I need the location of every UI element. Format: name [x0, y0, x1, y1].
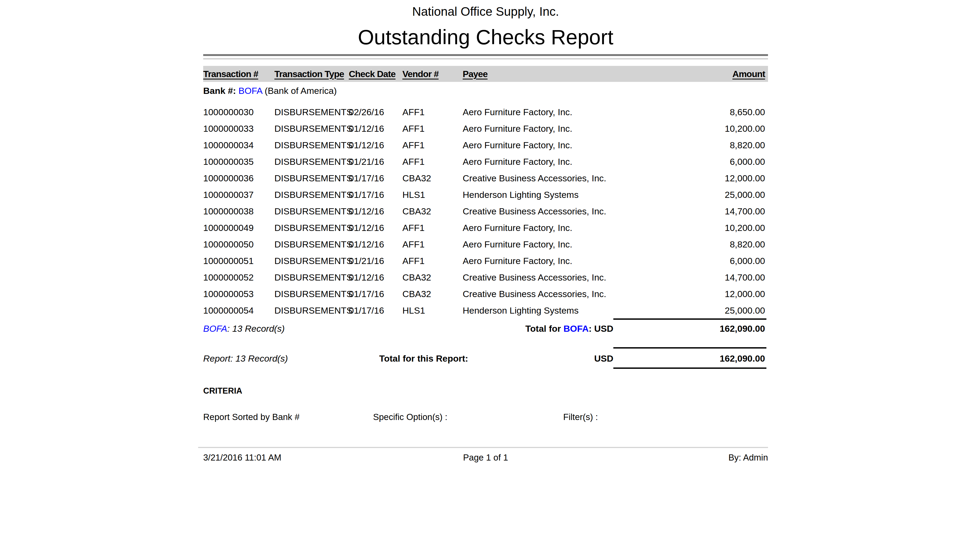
cell-amount: 10,200.00: [635, 219, 768, 236]
report-total-row: Report: 13 Record(s) Total for this Repo…: [203, 351, 768, 366]
bank-code-link[interactable]: BOFA: [203, 323, 227, 334]
bank-code-link[interactable]: BOFA: [238, 86, 262, 96]
criteria-row: Report Sorted by Bank # Specific Option(…: [203, 411, 768, 423]
cell-date: 01/17/16: [349, 170, 402, 186]
table-row: 1000000036DISBURSEMENTS01/17/16CBA32Crea…: [203, 170, 768, 186]
cell-transaction: 1000000049: [203, 219, 274, 236]
report-title: Outstanding Checks Report: [203, 27, 768, 48]
cell-vendor: AFF1: [402, 253, 462, 269]
cell-date: 01/21/16: [349, 153, 402, 170]
page-footer: 3/21/2016 11:01 AM Page 1 of 1 By: Admin: [203, 452, 768, 464]
cell-transaction: 1000000053: [203, 286, 274, 302]
cell-type: DISBURSEMENTS: [274, 269, 349, 286]
footer-divider: [198, 447, 768, 448]
cell-transaction: 1000000030: [203, 104, 274, 120]
cell-transaction: 1000000036: [203, 170, 274, 186]
column-header-type-label: Transaction Type: [274, 69, 344, 79]
bank-code-link[interactable]: BOFA: [563, 323, 589, 334]
cell-vendor: AFF1: [402, 236, 462, 253]
column-header-payee-label: Payee: [462, 69, 488, 79]
table-body: 1000000030DISBURSEMENTS02/26/16AFF1Aero …: [203, 104, 768, 318]
cell-transaction: 1000000037: [203, 186, 274, 203]
cell-date: 01/12/16: [349, 203, 402, 219]
column-header-vendor-label: Vendor #: [402, 69, 439, 79]
cell-amount: 25,000.00: [635, 186, 768, 203]
cell-vendor: AFF1: [402, 120, 462, 137]
table-row: 1000000034DISBURSEMENTS01/12/16AFF1Aero …: [203, 137, 768, 153]
table-row: 1000000051DISBURSEMENTS01/21/16AFF1Aero …: [203, 253, 768, 269]
column-header-amount: Amount: [635, 66, 768, 82]
report-total-amount: 162,090.00: [720, 351, 765, 366]
column-header-transaction: Transaction #: [203, 66, 274, 82]
bank-total-amount: 162,090.00: [720, 321, 765, 336]
criteria-specific-options-label: Specific Option(s) :: [373, 411, 448, 423]
cell-date: 01/12/16: [349, 120, 402, 137]
cell-type: DISBURSEMENTS: [274, 302, 349, 318]
report-record-count: Report: 13 Record(s): [203, 351, 288, 366]
cell-payee: Aero Furniture Factory, Inc.: [462, 120, 635, 137]
cell-transaction: 1000000052: [203, 269, 274, 286]
column-header-check-date-label: Check Date: [349, 69, 395, 79]
criteria-heading: CRITERIA: [203, 386, 242, 396]
cell-type: DISBURSEMENTS: [274, 203, 349, 219]
column-header-vendor: Vendor #: [402, 66, 462, 82]
cell-date: 01/12/16: [349, 236, 402, 253]
table-row: 1000000035DISBURSEMENTS01/21/16AFF1Aero …: [203, 153, 768, 170]
cell-payee: Aero Furniture Factory, Inc.: [462, 153, 635, 170]
report-page: National Office Supply, Inc. Outstanding…: [0, 0, 960, 560]
cell-type: DISBURSEMENTS: [274, 153, 349, 170]
table-row: 1000000050DISBURSEMENTS01/12/16AFF1Aero …: [203, 236, 768, 253]
cell-date: 01/17/16: [349, 286, 402, 302]
cell-payee: Henderson Lighting Systems: [462, 302, 635, 318]
bank-group-total-row: BOFA: 13 Record(s) Total for BOFA: USD 1…: [203, 321, 768, 336]
title-rule-light: [203, 58, 768, 59]
column-header-amount-label: Amount: [733, 69, 765, 79]
cell-type: DISBURSEMENTS: [274, 137, 349, 153]
cell-type: DISBURSEMENTS: [274, 104, 349, 120]
criteria-sorted-by: Report Sorted by Bank #: [203, 411, 299, 423]
cell-amount: 8,650.00: [635, 104, 768, 120]
footer-generated-by: By: Admin: [728, 452, 768, 464]
bank-total-rule: [613, 318, 766, 320]
title-rule-dark: [203, 54, 768, 56]
table-row: 1000000033DISBURSEMENTS01/12/16AFF1Aero …: [203, 120, 768, 137]
cell-vendor: AFF1: [402, 219, 462, 236]
table-row: 1000000038DISBURSEMENTS01/12/16CBA32Crea…: [203, 203, 768, 219]
cell-amount: 14,700.00: [635, 269, 768, 286]
cell-payee: Aero Furniture Factory, Inc.: [462, 253, 635, 269]
cell-payee: Aero Furniture Factory, Inc.: [462, 104, 635, 120]
cell-amount: 14,700.00: [635, 203, 768, 219]
bank-name: (Bank of America): [265, 86, 337, 96]
report-total-currency: USD: [594, 351, 613, 366]
table-row: 1000000037DISBURSEMENTS01/17/16HLS1Hende…: [203, 186, 768, 203]
cell-transaction: 1000000034: [203, 137, 274, 153]
column-header-payee: Payee: [462, 66, 635, 82]
report-total-label: Total for this Report:: [379, 351, 468, 366]
cell-vendor: CBA32: [402, 203, 462, 219]
bank-number-label: Bank #:: [203, 86, 236, 96]
footer-page-number: Page 1 of 1: [203, 452, 768, 464]
cell-date: 01/17/16: [349, 186, 402, 203]
company-name: National Office Supply, Inc.: [203, 5, 768, 18]
cell-type: DISBURSEMENTS: [274, 170, 349, 186]
cell-transaction: 1000000051: [203, 253, 274, 269]
cell-amount: 12,000.00: [635, 170, 768, 186]
cell-date: 01/12/16: [349, 269, 402, 286]
cell-type: DISBURSEMENTS: [274, 120, 349, 137]
total-for-text: Total for: [525, 323, 563, 334]
cell-type: DISBURSEMENTS: [274, 286, 349, 302]
cell-vendor: HLS1: [402, 302, 462, 318]
table-header-row: Transaction # Transaction Type Check Dat…: [203, 66, 768, 82]
cell-amount: 6,000.00: [635, 253, 768, 269]
cell-amount: 25,000.00: [635, 302, 768, 318]
column-header-type: Transaction Type: [274, 66, 349, 82]
cell-date: 01/17/16: [349, 302, 402, 318]
cell-payee: Creative Business Accessories, Inc.: [462, 203, 635, 219]
bank-group-header: Bank #: BOFA (Bank of America): [203, 85, 337, 96]
cell-date: 01/21/16: [349, 253, 402, 269]
column-header-check-date: Check Date: [349, 66, 402, 82]
bank-total-label: Total for BOFA: USD: [525, 321, 613, 336]
table-row: 1000000054DISBURSEMENTS01/17/16HLS1Hende…: [203, 302, 768, 318]
cell-date: 01/12/16: [349, 219, 402, 236]
cell-date: 02/26/16: [349, 104, 402, 120]
